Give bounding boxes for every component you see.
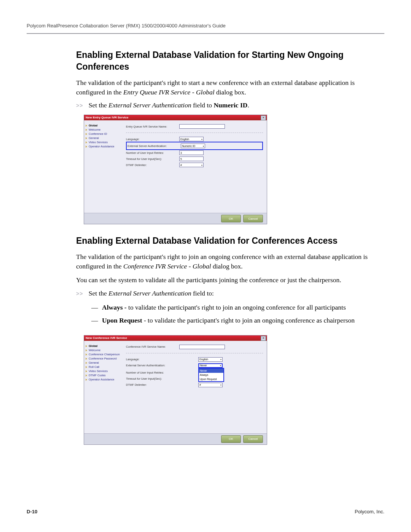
section2-heading: Enabling External Database Validation fo… [76, 235, 377, 247]
chevron-down-icon: ▾ [220, 358, 221, 361]
dtmf-select[interactable]: #▾ [179, 163, 204, 167]
section2-para1: The validation of the participant's righ… [76, 252, 377, 271]
external-auth-select[interactable]: Never▾ [198, 363, 223, 368]
step-chevron-icon: >> [76, 291, 83, 297]
retries-label: Number of User Input Retries: [126, 371, 179, 374]
nav-welcome[interactable]: Welcome [86, 348, 121, 352]
chevron-down-icon: ▾ [201, 138, 202, 141]
chevron-down-icon: ▾ [220, 364, 221, 367]
option-upon-request: Upon Request - to validate the participa… [91, 316, 377, 329]
nav-general[interactable]: General [86, 361, 121, 365]
nav-video-services[interactable]: Video Services [86, 140, 121, 144]
service-name-input[interactable] [179, 124, 225, 129]
chevron-down-icon: ▾ [220, 383, 221, 386]
nav-roll-call[interactable]: Roll Call [86, 365, 121, 369]
page-number: D-10 [27, 509, 37, 514]
cancel-button[interactable]: Cancel [243, 435, 263, 443]
timeout-label: Timeout for User Input(Sec): [126, 377, 179, 380]
cancel-button[interactable]: Cancel [243, 215, 263, 222]
service-name-label: Conference IVR Service Name: [126, 345, 179, 348]
dropdown-option-upon-request[interactable]: Upon Request [199, 377, 223, 381]
entry-queue-ivr-dialog: New Entry Queue IVR Service × Global Wel… [84, 115, 267, 224]
chevron-down-icon: ▾ [201, 164, 202, 166]
dtmf-select[interactable]: #▾ [198, 383, 223, 387]
dtmf-label: DTMF Delimiter: [126, 383, 179, 387]
language-label: Language: [126, 137, 179, 141]
ok-button[interactable]: OK [221, 435, 241, 443]
external-auth-select[interactable]: Numeric ID▾ [181, 144, 205, 148]
language-select[interactable]: English▾ [198, 357, 223, 362]
dtmf-label: DTMF Delimiter: [126, 163, 179, 167]
dropdown-option-never[interactable]: Never [199, 369, 223, 373]
retries-input[interactable]: 3 [179, 150, 204, 155]
section1-para1: The validation of the participant's righ… [76, 78, 377, 97]
timeout-label: Timeout for User Input(Sec): [126, 157, 179, 161]
nav-operator-assistance[interactable]: Operator Assistance [86, 144, 121, 149]
nav-video-services[interactable]: Video Services [86, 369, 121, 373]
nav-global[interactable]: Global [86, 123, 121, 128]
conference-ivr-dialog: New Conference IVR Service × Global Welc… [84, 335, 267, 445]
header-rule [27, 33, 384, 34]
nav-conference-id[interactable]: Conference ID [86, 132, 121, 136]
chevron-down-icon: ▾ [203, 145, 204, 147]
nav-welcome[interactable]: Welcome [86, 128, 121, 132]
dialog1-nav: Global Welcome Conference ID General Vid… [84, 120, 122, 212]
timeout-input[interactable]: 5 [179, 157, 204, 161]
ok-button[interactable]: OK [221, 215, 241, 222]
nav-operator-assistance[interactable]: Operator Assistance [86, 377, 121, 382]
external-auth-dropdown[interactable]: Never Always Upon Request [198, 368, 224, 382]
section2-para2: You can set the system to validate all t… [76, 275, 377, 285]
section2-step: >> Set the External Server Authenticatio… [76, 289, 377, 297]
dialog2-titlebar: New Conference IVR Service × [84, 335, 267, 341]
step-chevron-icon: >> [76, 102, 83, 109]
dialog2-nav: Global Welcome Conference Chairperson Co… [84, 341, 122, 433]
service-name-input[interactable] [179, 345, 225, 349]
close-icon[interactable]: × [261, 336, 266, 341]
external-auth-row-highlight: External Server Authentication: Numeric … [126, 142, 263, 150]
dialog1-titlebar: New Entry Queue IVR Service × [84, 115, 267, 120]
page-header: Polycom RealPresence Collaboration Serve… [27, 23, 384, 32]
retries-label: Number of User Input Retries: [126, 151, 179, 155]
service-name-label: Entry Queue IVR Service Name: [126, 125, 179, 128]
option-always: Always - to validate the participant's r… [91, 303, 377, 316]
external-auth-label: External Server Authentication: [126, 364, 179, 367]
footer-company: Polycom, Inc. [355, 509, 384, 514]
close-icon[interactable]: × [261, 115, 266, 120]
section1-heading: Enabling External Database Validation fo… [76, 49, 377, 73]
nav-dtmf-codes[interactable]: DTMF Codes [86, 373, 121, 377]
dropdown-option-always[interactable]: Always [199, 373, 223, 377]
language-label: Language: [126, 358, 179, 361]
nav-general[interactable]: General [86, 136, 121, 140]
language-select[interactable]: English▾ [179, 137, 204, 141]
nav-conf-password[interactable]: Conference Password [86, 356, 121, 361]
section1-step: >> Set the External Server Authenticatio… [76, 101, 377, 109]
external-auth-label: External Server Authentication: [127, 144, 181, 148]
nav-conf-chairperson[interactable]: Conference Chairperson [86, 352, 121, 356]
nav-global[interactable]: Global [86, 344, 121, 348]
